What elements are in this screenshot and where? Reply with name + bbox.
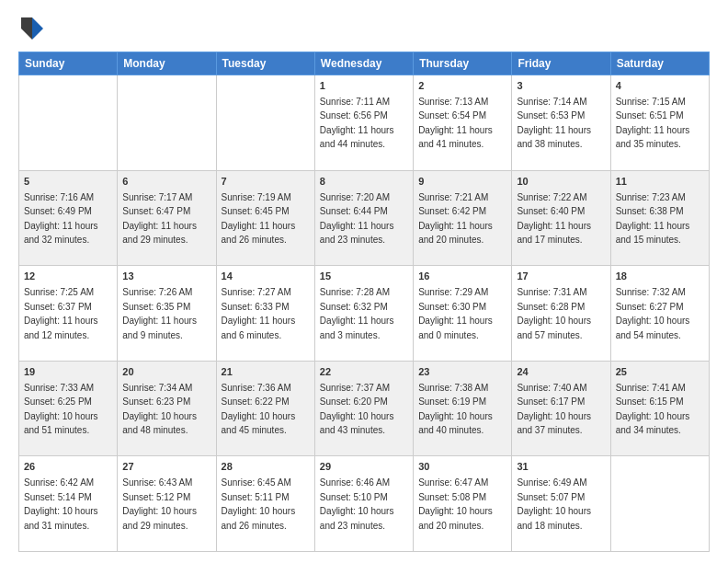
day-cell xyxy=(610,456,709,552)
day-number: 18 xyxy=(616,270,704,284)
day-number: 22 xyxy=(320,365,408,380)
day-number: 3 xyxy=(517,79,605,94)
day-cell: 4Sunrise: 7:15 AM Sunset: 6:51 PM Daylig… xyxy=(610,75,709,171)
day-number: 6 xyxy=(122,175,210,190)
page: SundayMondayTuesdayWednesdayThursdayFrid… xyxy=(0,0,728,563)
day-info: Sunrise: 7:20 AM Sunset: 6:44 PM Dayligh… xyxy=(320,192,394,246)
calendar-body: 1Sunrise: 7:11 AM Sunset: 6:56 PM Daylig… xyxy=(19,75,710,552)
day-cell: 15Sunrise: 7:28 AM Sunset: 6:32 PM Dayli… xyxy=(314,266,413,362)
day-number: 24 xyxy=(517,365,605,380)
day-number: 20 xyxy=(122,365,210,380)
day-number: 10 xyxy=(517,175,605,190)
day-info: Sunrise: 7:21 AM Sunset: 6:42 PM Dayligh… xyxy=(418,192,493,246)
header-day-wednesday: Wednesday xyxy=(314,52,413,75)
day-number: 4 xyxy=(616,79,704,94)
day-number: 19 xyxy=(24,365,112,380)
day-info: Sunrise: 7:31 AM Sunset: 6:28 PM Dayligh… xyxy=(517,287,591,340)
day-cell: 31Sunrise: 6:49 AM Sunset: 5:07 PM Dayli… xyxy=(512,456,610,552)
day-cell: 6Sunrise: 7:17 AM Sunset: 6:47 PM Daylig… xyxy=(118,170,216,266)
day-info: Sunrise: 7:11 AM Sunset: 6:56 PM Dayligh… xyxy=(320,97,394,150)
header-day-saturday: Saturday xyxy=(610,52,709,75)
day-info: Sunrise: 6:46 AM Sunset: 5:10 PM Dayligh… xyxy=(320,477,394,531)
day-number: 15 xyxy=(320,270,408,284)
day-info: Sunrise: 7:37 AM Sunset: 6:20 PM Dayligh… xyxy=(320,383,394,436)
day-cell: 27Sunrise: 6:43 AM Sunset: 5:12 PM Dayli… xyxy=(118,456,216,552)
calendar-table: SundayMondayTuesdayWednesdayThursdayFrid… xyxy=(18,52,710,552)
week-row-1: 1Sunrise: 7:11 AM Sunset: 6:56 PM Daylig… xyxy=(19,75,710,171)
day-number: 27 xyxy=(122,460,210,475)
day-cell xyxy=(216,75,314,171)
day-info: Sunrise: 7:32 AM Sunset: 6:27 PM Dayligh… xyxy=(616,287,690,340)
day-cell: 2Sunrise: 7:13 AM Sunset: 6:54 PM Daylig… xyxy=(414,75,512,171)
day-cell: 13Sunrise: 7:26 AM Sunset: 6:35 PM Dayli… xyxy=(118,266,216,362)
day-info: Sunrise: 7:25 AM Sunset: 6:37 PM Dayligh… xyxy=(24,287,98,340)
day-number: 26 xyxy=(24,460,112,475)
day-cell: 16Sunrise: 7:29 AM Sunset: 6:30 PM Dayli… xyxy=(414,266,512,362)
week-row-5: 26Sunrise: 6:42 AM Sunset: 5:14 PM Dayli… xyxy=(19,456,710,552)
day-cell: 1Sunrise: 7:11 AM Sunset: 6:56 PM Daylig… xyxy=(314,75,413,171)
day-cell: 23Sunrise: 7:38 AM Sunset: 6:19 PM Dayli… xyxy=(414,361,512,456)
day-number: 2 xyxy=(418,79,506,94)
day-number: 7 xyxy=(222,175,310,190)
day-info: Sunrise: 7:15 AM Sunset: 6:51 PM Dayligh… xyxy=(616,97,690,150)
day-number: 5 xyxy=(24,175,112,190)
day-cell: 17Sunrise: 7:31 AM Sunset: 6:28 PM Dayli… xyxy=(512,266,610,362)
header-day-thursday: Thursday xyxy=(414,52,512,75)
day-info: Sunrise: 7:38 AM Sunset: 6:19 PM Dayligh… xyxy=(418,383,493,436)
day-cell: 20Sunrise: 7:34 AM Sunset: 6:23 PM Dayli… xyxy=(118,361,216,456)
day-cell: 26Sunrise: 6:42 AM Sunset: 5:14 PM Dayli… xyxy=(19,456,118,552)
day-cell: 11Sunrise: 7:23 AM Sunset: 6:38 PM Dayli… xyxy=(610,170,709,266)
day-number: 9 xyxy=(418,175,506,190)
day-number: 23 xyxy=(418,365,506,380)
day-cell: 28Sunrise: 6:45 AM Sunset: 5:11 PM Dayli… xyxy=(216,456,314,552)
day-info: Sunrise: 7:26 AM Sunset: 6:35 PM Dayligh… xyxy=(122,287,197,340)
day-info: Sunrise: 7:27 AM Sunset: 6:33 PM Dayligh… xyxy=(222,287,296,340)
day-number: 16 xyxy=(418,270,506,284)
day-cell: 29Sunrise: 6:46 AM Sunset: 5:10 PM Dayli… xyxy=(314,456,413,552)
week-row-2: 5Sunrise: 7:16 AM Sunset: 6:49 PM Daylig… xyxy=(19,170,710,266)
week-row-3: 12Sunrise: 7:25 AM Sunset: 6:37 PM Dayli… xyxy=(19,266,710,362)
day-info: Sunrise: 7:40 AM Sunset: 6:17 PM Dayligh… xyxy=(517,383,591,436)
day-cell: 14Sunrise: 7:27 AM Sunset: 6:33 PM Dayli… xyxy=(216,266,314,362)
day-info: Sunrise: 7:14 AM Sunset: 6:53 PM Dayligh… xyxy=(517,97,591,150)
header-day-friday: Friday xyxy=(512,52,610,75)
svg-marker-1 xyxy=(21,17,32,40)
day-number: 11 xyxy=(616,175,704,190)
day-info: Sunrise: 6:45 AM Sunset: 5:11 PM Dayligh… xyxy=(222,477,296,531)
day-info: Sunrise: 6:43 AM Sunset: 5:12 PM Dayligh… xyxy=(122,477,197,531)
day-number: 21 xyxy=(222,365,310,380)
day-info: Sunrise: 6:42 AM Sunset: 5:14 PM Dayligh… xyxy=(24,477,98,531)
day-info: Sunrise: 7:17 AM Sunset: 6:47 PM Dayligh… xyxy=(122,192,197,246)
day-cell: 12Sunrise: 7:25 AM Sunset: 6:37 PM Dayli… xyxy=(19,266,118,362)
day-number: 17 xyxy=(517,270,605,284)
week-row-4: 19Sunrise: 7:33 AM Sunset: 6:25 PM Dayli… xyxy=(19,361,710,456)
day-cell: 7Sunrise: 7:19 AM Sunset: 6:45 PM Daylig… xyxy=(216,170,314,266)
day-number: 13 xyxy=(122,270,210,284)
day-cell: 25Sunrise: 7:41 AM Sunset: 6:15 PM Dayli… xyxy=(610,361,709,456)
day-info: Sunrise: 7:13 AM Sunset: 6:54 PM Dayligh… xyxy=(418,97,493,150)
day-info: Sunrise: 7:23 AM Sunset: 6:38 PM Dayligh… xyxy=(616,192,690,246)
day-cell xyxy=(118,75,216,171)
day-info: Sunrise: 7:19 AM Sunset: 6:45 PM Dayligh… xyxy=(222,192,296,246)
day-info: Sunrise: 7:36 AM Sunset: 6:22 PM Dayligh… xyxy=(222,383,296,436)
day-cell: 22Sunrise: 7:37 AM Sunset: 6:20 PM Dayli… xyxy=(314,361,413,456)
header xyxy=(18,15,710,42)
day-number: 28 xyxy=(222,460,310,475)
day-info: Sunrise: 6:49 AM Sunset: 5:07 PM Dayligh… xyxy=(517,477,591,531)
day-info: Sunrise: 7:41 AM Sunset: 6:15 PM Dayligh… xyxy=(616,383,690,436)
day-cell xyxy=(19,75,118,171)
calendar-header: SundayMondayTuesdayWednesdayThursdayFrid… xyxy=(19,52,710,75)
header-day-tuesday: Tuesday xyxy=(216,52,314,75)
day-info: Sunrise: 7:34 AM Sunset: 6:23 PM Dayligh… xyxy=(122,383,197,436)
day-number: 29 xyxy=(320,460,408,475)
day-cell: 5Sunrise: 7:16 AM Sunset: 6:49 PM Daylig… xyxy=(19,170,118,266)
day-number: 31 xyxy=(517,460,605,475)
day-cell: 8Sunrise: 7:20 AM Sunset: 6:44 PM Daylig… xyxy=(314,170,413,266)
day-info: Sunrise: 7:16 AM Sunset: 6:49 PM Dayligh… xyxy=(24,192,98,246)
day-info: Sunrise: 6:47 AM Sunset: 5:08 PM Dayligh… xyxy=(418,477,493,531)
day-cell: 18Sunrise: 7:32 AM Sunset: 6:27 PM Dayli… xyxy=(610,266,709,362)
header-day-monday: Monday xyxy=(118,52,216,75)
day-cell: 3Sunrise: 7:14 AM Sunset: 6:53 PM Daylig… xyxy=(512,75,610,171)
logo-icon xyxy=(18,15,46,42)
day-cell: 9Sunrise: 7:21 AM Sunset: 6:42 PM Daylig… xyxy=(414,170,512,266)
